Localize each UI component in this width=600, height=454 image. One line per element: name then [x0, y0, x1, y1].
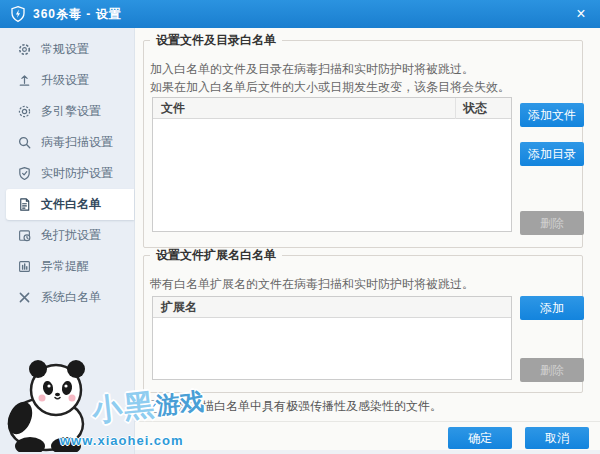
do-not-disturb-clock-icon — [17, 228, 32, 243]
sidebar-item-label: 病毒扫描设置 — [41, 134, 113, 151]
close-button[interactable]: × — [562, 0, 600, 28]
main-content: 设置文件及目录白名单 加入白名单的文件及目录在病毒扫描和实时防护时将被跳过。 如… — [135, 28, 600, 454]
bottom-strip — [135, 450, 600, 454]
periodic-scan-checkbox[interactable]: ✓ — [147, 400, 160, 413]
periodic-scan-option: ✓ 定期扫描白名单中具有极强传播性及感染性的文件。 — [147, 398, 442, 415]
sidebar-item-label: 升级设置 — [41, 72, 89, 89]
periodic-scan-label: 定期扫描白名单中具有极强传播性及感染性的文件。 — [166, 398, 442, 415]
file-whitelist-table[interactable]: 文件 状态 — [152, 97, 512, 232]
sidebar-item-label: 实时防护设置 — [41, 165, 113, 182]
upgrade-arrow-icon — [17, 73, 32, 88]
column-header-file: 文件 — [161, 98, 185, 119]
magnifier-icon — [17, 135, 32, 150]
add-directory-button[interactable]: 添加目录 — [520, 142, 584, 166]
sidebar-item-label: 多引擎设置 — [41, 103, 101, 120]
shield-icon — [17, 166, 32, 181]
column-header-extension: 扩展名 — [161, 297, 197, 318]
footer-separator — [135, 421, 600, 422]
extension-table-header: 扩展名 — [153, 297, 511, 318]
group-description-line1: 加入白名单的文件及目录在病毒扫描和实时防护时将被跳过。 — [150, 61, 474, 78]
sidebar-item-general-settings[interactable]: 常规设置 — [0, 34, 134, 65]
add-file-button[interactable]: 添加文件 — [520, 103, 584, 127]
delete-file-button[interactable]: 删除 — [520, 211, 584, 235]
sidebar-item-exception-alerts[interactable]: 异常提醒 — [0, 251, 134, 282]
group-title: 设置文件及目录白名单 — [150, 33, 282, 48]
cancel-button[interactable]: 取消 — [525, 427, 589, 449]
sidebar-item-multi-engine-settings[interactable]: 多引擎设置 — [0, 96, 134, 127]
sidebar-item-label: 文件白名单 — [41, 196, 101, 213]
group-description-line2: 如果在加入白名单后文件的大小或日期发生改变，该条目将会失效。 — [150, 79, 510, 96]
sidebar-item-label: 常规设置 — [41, 41, 89, 58]
file-directory-whitelist-group: 设置文件及目录白名单 加入白名单的文件及目录在病毒扫描和实时防护时将被跳过。 如… — [143, 40, 583, 248]
file-whitelist-table-body[interactable] — [153, 119, 511, 231]
group-title: 设置文件扩展名白名单 — [150, 248, 282, 263]
sidebar-item-realtime-protection-settings[interactable]: 实时防护设置 — [0, 158, 134, 189]
engine-rings-icon — [17, 104, 32, 119]
window-title: 360杀毒 - 设置 — [33, 6, 122, 23]
sidebar-item-upgrade-settings[interactable]: 升级设置 — [0, 65, 134, 96]
titlebar[interactable]: 360杀毒 - 设置 × — [0, 0, 600, 28]
add-extension-button[interactable]: 添加 — [520, 296, 584, 320]
column-header-status: 状态 — [463, 98, 487, 119]
sidebar-item-label: 异常提醒 — [41, 258, 89, 275]
settings-window: 360杀毒 - 设置 × 常规设置 升级设置 多引擎设置 病毒扫描设置 — [0, 0, 600, 454]
ok-button[interactable]: 确定 — [448, 427, 512, 449]
sidebar: 常规设置 升级设置 多引擎设置 病毒扫描设置 实时防护设置 — [0, 28, 135, 454]
app-shield-logo-icon — [9, 5, 27, 23]
group-description: 带有白名单扩展名的文件在病毒扫描和实时防护时将被跳过。 — [150, 276, 474, 293]
gear-icon — [17, 42, 32, 57]
extension-whitelist-group: 设置文件扩展名白名单 带有白名单扩展名的文件在病毒扫描和实时防护时将被跳过。 扩… — [143, 255, 583, 393]
sidebar-item-do-not-disturb-settings[interactable]: 免打扰设置 — [0, 220, 134, 251]
extension-whitelist-table[interactable]: 扩展名 — [152, 296, 512, 380]
sidebar-item-label: 免打扰设置 — [41, 227, 101, 244]
crossed-tools-icon — [17, 290, 32, 305]
sidebar-item-file-whitelist[interactable]: 文件白名单 — [6, 189, 134, 220]
sidebar-item-label: 系统白名单 — [41, 289, 101, 306]
file-whitelist-table-header: 文件 状态 — [153, 98, 511, 119]
bar-chart-icon — [17, 259, 32, 274]
delete-extension-button[interactable]: 删除 — [520, 358, 584, 382]
extension-table-body[interactable] — [153, 318, 511, 379]
sidebar-item-system-whitelist[interactable]: 系统白名单 — [0, 282, 134, 313]
sidebar-item-virus-scan-settings[interactable]: 病毒扫描设置 — [0, 127, 134, 158]
file-document-icon — [17, 197, 32, 212]
